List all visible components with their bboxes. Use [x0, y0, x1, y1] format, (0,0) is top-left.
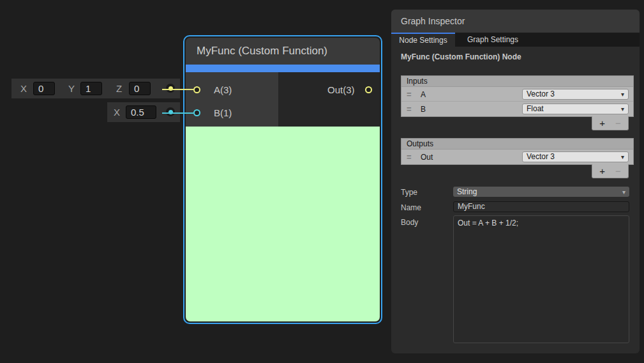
output-row-out[interactable]: = Out Vector 3 ▾ — [401, 150, 633, 164]
add-output-button[interactable]: + — [599, 166, 605, 176]
chevron-down-icon: ▾ — [621, 89, 624, 99]
input-port-a-icon[interactable] — [193, 86, 200, 93]
drag-handle-icon[interactable]: = — [407, 89, 412, 99]
vector3-z-label: Z — [116, 83, 122, 94]
node-content: MyFunc (Custom Function) A(3) B(1) Out(3… — [186, 38, 380, 321]
vector3-y-label: Y — [68, 83, 75, 94]
output-out-type-dropdown[interactable]: Vector 3 ▾ — [522, 151, 629, 162]
body-label: Body — [401, 218, 418, 227]
inspector-title[interactable]: Graph Inspector — [391, 10, 640, 33]
output-port-out-icon[interactable] — [365, 86, 372, 93]
node-title[interactable]: MyFunc (Custom Function) — [186, 38, 380, 65]
drag-handle-icon[interactable]: = — [407, 104, 412, 114]
input-a-name: A — [421, 90, 426, 99]
drag-handle-icon[interactable]: = — [407, 152, 412, 162]
chevron-down-icon: ▾ — [621, 104, 624, 114]
input-a-type-value: Vector 3 — [527, 89, 555, 98]
type-dropdown[interactable]: String ▾ — [453, 187, 629, 197]
name-label: Name — [401, 203, 421, 212]
outputs-add-remove-bar: + − — [592, 164, 629, 178]
output-out-name: Out — [421, 153, 433, 162]
tab-graph-settings[interactable]: Graph Settings — [458, 33, 528, 47]
chevron-down-icon: ▾ — [622, 187, 625, 197]
edge-vector3-to-a[interactable] — [162, 89, 193, 90]
input-port-a-label: A(3) — [214, 84, 232, 95]
input-row-a[interactable]: = A Vector 3 ▾ — [401, 87, 633, 102]
output-port-out-label: Out(3) — [327, 84, 355, 95]
type-label: Type — [401, 188, 417, 197]
node-ports-area: A(3) B(1) Out(3) — [186, 72, 380, 127]
remove-input-button[interactable]: − — [615, 118, 621, 128]
remove-output-button[interactable]: − — [615, 166, 621, 176]
outputs-section: Outputs = Out Vector 3 ▾ — [401, 138, 634, 165]
type-value: String — [457, 187, 477, 196]
float-connector-socket[interactable] — [166, 107, 175, 116]
input-row-b[interactable]: = B Float ▾ — [401, 102, 633, 116]
inputs-add-remove-bar: + − — [592, 116, 629, 130]
chevron-down-icon: ▾ — [621, 152, 624, 162]
inputs-section-header: Inputs — [401, 76, 633, 87]
input-b-type-value: Float — [527, 104, 544, 113]
input-port-b-label: B(1) — [214, 107, 232, 118]
vector3-x-label: X — [20, 83, 27, 94]
node-title-accent-bar — [186, 65, 380, 72]
graph-inspector-panel: Graph Inspector Node Settings Graph Sett… — [391, 10, 640, 353]
float-x-label: X — [114, 107, 120, 118]
node-input-ports-panel — [186, 72, 278, 127]
input-a-type-dropdown[interactable]: Vector 3 ▾ — [522, 89, 629, 100]
vector3-x-field[interactable]: 0 — [33, 82, 55, 95]
tab-node-settings[interactable]: Node Settings — [391, 33, 455, 47]
vector3-connector-socket[interactable] — [166, 84, 175, 93]
name-field[interactable]: MyFunc — [453, 201, 629, 212]
outputs-section-header: Outputs — [401, 139, 633, 150]
input-b-name: B — [421, 105, 426, 114]
add-input-button[interactable]: + — [599, 118, 605, 128]
output-out-type-value: Vector 3 — [527, 152, 555, 161]
inputs-section: Inputs = A Vector 3 ▾ = B Float ▾ — [401, 75, 634, 117]
vector3-input-widget: X 0 Y 1 Z 0 — [11, 79, 180, 98]
inspector-tabstrip: Node Settings Graph Settings — [391, 33, 640, 47]
vector3-z-field[interactable]: 0 — [129, 82, 151, 95]
body-textarea[interactable]: Out = A + B + 1/2; — [453, 215, 629, 343]
custom-function-node[interactable]: MyFunc (Custom Function) A(3) B(1) Out(3… — [183, 35, 382, 324]
float-x-field[interactable]: 0.5 — [126, 105, 156, 119]
inspector-node-heading: MyFunc (Custom Function) Node — [401, 52, 521, 61]
vector3-y-field[interactable]: 1 — [80, 82, 102, 95]
input-port-b-icon[interactable] — [193, 109, 200, 116]
edge-float-to-b[interactable] — [162, 112, 193, 114]
node-preview — [186, 127, 380, 321]
input-b-type-dropdown[interactable]: Float ▾ — [522, 104, 629, 114]
